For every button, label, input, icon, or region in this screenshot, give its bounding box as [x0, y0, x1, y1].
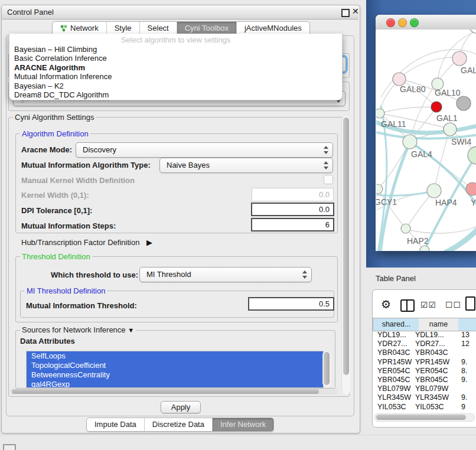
float-icon[interactable] — [341, 9, 350, 17]
control-panel-titlebar[interactable] — [2, 5, 358, 19]
network-node[interactable] — [457, 96, 471, 110]
minimize-light[interactable] — [398, 18, 407, 27]
table-cell: 9. — [461, 393, 476, 402]
table-cell: 12 — [461, 340, 476, 348]
network-node[interactable] — [431, 102, 442, 112]
column-header-shared[interactable]: shared... — [373, 318, 420, 331]
dpi-tolerance-field[interactable]: 0.0 — [251, 203, 334, 216]
network-node-swi4[interactable] — [468, 146, 476, 164]
algorithm-option[interactable]: Bayesian – K2 — [9, 81, 342, 90]
collapsed-arrow-icon: ▶ — [146, 238, 152, 247]
settings-vscrollbar-thumb[interactable] — [343, 118, 349, 375]
table-cell: YBL079W — [415, 384, 461, 393]
tab-label: Style — [115, 24, 132, 32]
settings-hscrollbar[interactable] — [9, 389, 338, 394]
network-node-gal[interactable] — [452, 51, 467, 66]
column-header[interactable] — [458, 318, 476, 331]
table-row[interactable]: YBR045CYBR045C9. — [373, 376, 476, 384]
table-row[interactable]: YDL19...YDL19...13 — [373, 331, 476, 340]
network-canvas[interactable]: GALGAL80GAL10GAL1GAL11SWI4GAL4GCY1HAP4YH… — [376, 30, 476, 251]
attributes-scrollbar-thumb[interactable] — [324, 352, 330, 385]
algorithm-option[interactable]: ARACNE Algorithm — [9, 63, 342, 72]
kernel-width-field[interactable]: 0.0 — [252, 188, 334, 201]
settings-vscrollbar[interactable] — [341, 116, 350, 394]
aracne-mode-combo[interactable]: Discovery — [76, 142, 333, 158]
table-row[interactable]: YBL079WYBL079W — [373, 384, 476, 393]
tab-jactivemnodules[interactable]: jActiveMNodules — [237, 22, 309, 35]
table-row[interactable]: YDR27...YDR27...12 — [373, 340, 476, 348]
table-cell: YDR27... — [377, 340, 415, 348]
tab-style[interactable]: Style — [107, 22, 140, 35]
mi-threshold-label: Mutual Information Threshold: — [26, 301, 137, 310]
data-attributes-label: Data Attributes — [20, 337, 75, 345]
algorithm-list: Bayesian – Hill ClimbingBasic Correlatio… — [9, 45, 342, 99]
sources-toggle[interactable]: Sources for Network Inference ▼ — [20, 326, 136, 334]
mi-type-combo[interactable]: Naive Bayes — [159, 158, 333, 173]
algorithm-option[interactable]: Mutual Information Inference — [9, 72, 342, 81]
mi-type-label: Mutual Information Algorithm Type: — [21, 161, 151, 169]
table-row[interactable]: YBR043CYBR043C — [373, 348, 476, 357]
table-cell: YLR345W — [415, 393, 461, 402]
table-row[interactable]: YPR145WYPR145W9. — [373, 358, 476, 367]
data-attributes-list[interactable]: SelfLoopsTopologicalCoefficientBetweenne… — [26, 351, 324, 388]
table-cell: 9 — [461, 403, 476, 412]
attribute-item[interactable]: TopologicalCoefficient — [27, 361, 323, 370]
node-label: HAP2 — [407, 236, 429, 246]
manual-kernel-checkbox[interactable] — [324, 175, 333, 184]
tab-discretize-data[interactable]: Discretize Data — [145, 418, 213, 431]
settings-hscrollbar-thumb[interactable] — [12, 389, 319, 394]
attribute-item[interactable]: SelfLoops — [27, 351, 323, 361]
select-all-icon[interactable]: ☑☑ — [420, 300, 436, 309]
hub-definition-label: Hub/Transcription Factor Definition — [21, 238, 139, 247]
tab-cyni-toolbox[interactable]: Cyni Toolbox — [177, 22, 237, 35]
apply-button[interactable]: Apply — [161, 401, 201, 413]
hub-definition-toggle[interactable]: Hub/Transcription Factor Definition ▶ — [21, 238, 152, 247]
mi-steps-field[interactable]: 6 — [251, 218, 334, 231]
algorithm-option[interactable]: Dream8 DC_TDC Algorithm — [9, 90, 342, 99]
table-hscrollbar-thumb[interactable] — [376, 415, 466, 420]
zoom-light[interactable] — [410, 18, 419, 27]
tab-infer-network[interactable]: Infer Network — [213, 418, 273, 431]
minimized-panel-icon[interactable] — [3, 444, 16, 450]
network-node-gal1[interactable] — [444, 123, 457, 136]
algorithm-option[interactable]: Basic Correlation Inference — [9, 54, 342, 63]
split-columns-icon[interactable] — [400, 299, 415, 312]
tab-label: Cyni Toolbox — [185, 24, 229, 32]
which-threshold-value: MI Threshold — [146, 270, 191, 279]
network-edge — [378, 144, 409, 189]
network-node-hap2[interactable] — [401, 224, 410, 233]
network-node-y[interactable] — [466, 182, 476, 195]
network-node[interactable] — [470, 30, 476, 33]
gear-icon[interactable]: ⚙ — [381, 298, 391, 311]
export-table-icon[interactable] — [465, 296, 475, 311]
tab-network[interactable]: Network — [53, 22, 107, 35]
network-node-gal80[interactable] — [393, 73, 406, 86]
network-node-gcy1[interactable] — [376, 184, 383, 194]
network-node-gal11[interactable] — [376, 109, 384, 118]
tab-select[interactable]: Select — [140, 22, 177, 35]
tab-label: Infer Network — [220, 420, 266, 429]
network-node-gal4[interactable] — [403, 135, 417, 149]
tab-impute-data[interactable]: Impute Data — [87, 418, 145, 431]
aracne-mode-label: Aracne Mode: — [21, 145, 72, 154]
deselect-all-icon[interactable]: ☐☐ — [445, 300, 461, 309]
algorithm-option[interactable]: Bayesian – Hill Climbing — [9, 45, 342, 54]
attribute-item[interactable]: BetweennessCentrality — [27, 370, 323, 380]
close-light[interactable] — [386, 18, 395, 27]
attribute-item[interactable]: gal4RGexp — [27, 380, 323, 388]
mi-threshold-field[interactable]: 0.5 — [248, 297, 334, 311]
attributes-scrollbar[interactable] — [322, 351, 331, 387]
table-row[interactable]: YIL053CYIL053C9 — [373, 403, 476, 412]
table-row[interactable]: YER054CYER054C8. — [373, 367, 476, 376]
table-cell: YDL19... — [377, 331, 415, 340]
network-node-hap4[interactable] — [427, 184, 441, 198]
table-row[interactable]: YLR345WYLR345W9. — [373, 393, 476, 402]
algorithm-definition-title: Algorithm Definition — [20, 130, 90, 138]
table-cell: YER054C — [415, 367, 461, 376]
which-threshold-combo[interactable]: MI Threshold — [139, 267, 312, 282]
close-icon[interactable]: ✕ — [352, 6, 359, 16]
table-hscrollbar[interactable] — [374, 413, 475, 422]
column-header-name[interactable]: name — [419, 318, 459, 331]
table-cell: YBL079W — [377, 384, 415, 393]
node-label: GAL80 — [400, 84, 426, 94]
